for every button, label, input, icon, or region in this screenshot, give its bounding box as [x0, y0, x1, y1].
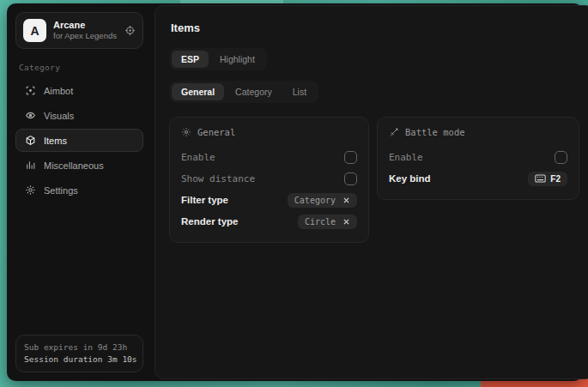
clear-icon[interactable]: [342, 197, 350, 204]
crosshair-icon: [24, 85, 36, 96]
keybind-button[interactable]: F2: [528, 172, 567, 186]
sidebar: A Arcane for Apex Legends Category Aimbo…: [7, 3, 151, 381]
sidebar-section-label: Category: [19, 63, 143, 72]
view-tab-group: General Category List: [169, 81, 318, 103]
subscription-card: Sub expires in 9d 23h Session duration 3…: [15, 335, 143, 372]
filter-type-value: Category: [294, 196, 336, 205]
setting-row-render-type: Render type Circle: [181, 211, 357, 232]
clear-icon[interactable]: [342, 218, 350, 226]
tab-list[interactable]: List: [283, 83, 316, 100]
setting-label: Render type: [181, 216, 238, 227]
setting-label: Filter type: [181, 195, 228, 205]
render-type-select[interactable]: Circle: [298, 215, 357, 229]
gear-icon: [24, 184, 36, 196]
sub-expires-text: Sub expires in 9d 23h: [24, 342, 135, 354]
general-card: General Enable Show distance Filter type…: [169, 117, 369, 243]
filter-type-select[interactable]: Category: [288, 193, 357, 208]
sidebar-item-label: Settings: [44, 185, 78, 196]
battle-mode-card-title: Battle mode: [405, 127, 465, 137]
enable-checkbox[interactable]: [344, 151, 357, 164]
sidebar-item-label: Items: [44, 136, 67, 146]
tab-esp[interactable]: ESP: [172, 51, 209, 68]
sidebar-item-label: Visuals: [44, 111, 74, 121]
battle-enable-checkbox[interactable]: [555, 151, 567, 164]
settings-cards: General Enable Show distance Filter type…: [169, 117, 579, 243]
setting-row-key-bind: Key bind F2: [389, 168, 567, 189]
sun-icon: [181, 127, 191, 137]
bars-icon: [24, 160, 36, 171]
keyboard-icon: [535, 174, 546, 183]
general-card-header: General: [181, 127, 357, 137]
target-icon[interactable]: [124, 25, 136, 36]
cheat-menu-window: A Arcane for Apex Legends Category Aimbo…: [7, 3, 583, 381]
sidebar-item-visuals[interactable]: Visuals: [15, 104, 143, 127]
setting-row-enable: Enable: [181, 147, 357, 167]
sidebar-item-items[interactable]: Items: [15, 129, 143, 152]
battle-mode-card-header: Battle mode: [389, 127, 567, 137]
setting-row-show-distance: Show distance: [181, 168, 357, 189]
sidebar-item-label: Aimbot: [44, 86, 73, 96]
setting-row-enable: Enable: [389, 147, 567, 167]
setting-label: Enable: [389, 152, 423, 163]
mode-tab-group: ESP Highlight: [169, 48, 267, 70]
sidebar-item-settings[interactable]: Settings: [15, 178, 143, 202]
brand-text: Arcane for Apex Legends: [53, 20, 118, 41]
setting-label: Show distance: [181, 173, 255, 184]
page-title: Items: [171, 21, 579, 34]
tab-category[interactable]: Category: [226, 83, 282, 100]
package-icon: [24, 135, 36, 146]
setting-label: Enable: [181, 152, 215, 163]
app-logo: A: [23, 19, 46, 42]
keybind-value: F2: [550, 174, 561, 184]
sidebar-nav: Aimbot Visuals Items: [15, 79, 143, 202]
sidebar-item-miscellaneous[interactable]: Miscellaneous: [15, 154, 143, 177]
battle-mode-card: Battle mode Enable Key bind F2: [377, 117, 579, 200]
app-name: Arcane: [53, 20, 118, 31]
setting-row-filter-type: Filter type Category: [181, 190, 357, 210]
eye-icon: [24, 110, 36, 121]
session-duration-text: Session duration 3m 10s: [24, 354, 135, 366]
main-panel: Items ESP Highlight General Category Lis…: [155, 5, 588, 379]
setting-label: Key bind: [389, 173, 431, 184]
sidebar-item-aimbot[interactable]: Aimbot: [15, 79, 143, 102]
tab-highlight[interactable]: Highlight: [210, 51, 264, 68]
sidebar-item-label: Miscellaneous: [44, 160, 104, 171]
show-distance-checkbox[interactable]: [344, 172, 357, 185]
sidebar-spacer: [15, 202, 143, 335]
app-subtitle: for Apex Legends: [53, 31, 118, 41]
general-card-title: General: [197, 127, 235, 137]
sword-icon: [389, 127, 399, 137]
render-type-value: Circle: [305, 217, 336, 227]
tab-general[interactable]: General: [172, 83, 224, 100]
brand-card: A Arcane for Apex Legends: [15, 12, 143, 49]
